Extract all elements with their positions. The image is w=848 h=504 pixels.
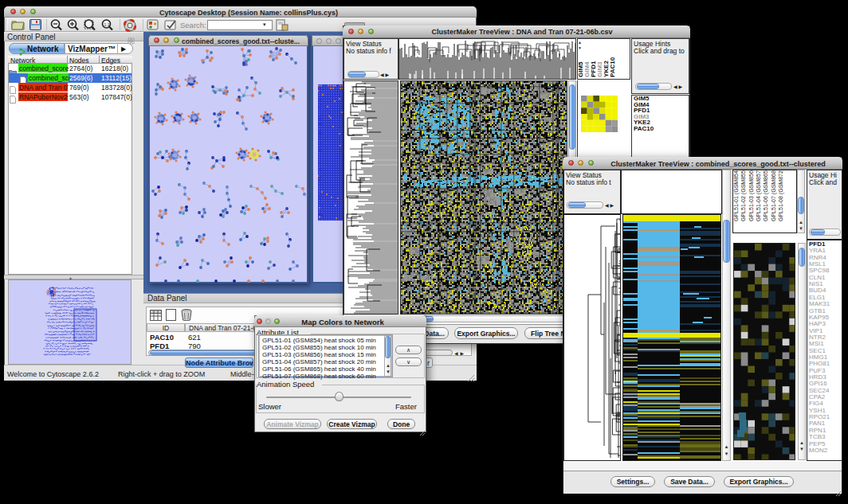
svg-text:1:1: 1:1: [104, 22, 110, 27]
svg-text:GPL51-07 (GSM868): GPL51-07 (GSM868): [771, 170, 777, 221]
svg-text:GPL51-03 (GSM856): GPL51-03 (GSM856): [748, 170, 755, 221]
svg-text:PAC10: PAC10: [609, 57, 616, 77]
svg-text:GPL51-01 (GSM854): GPL51-01 (GSM854): [733, 170, 740, 221]
svg-text:GPL51-06 (GSM865): GPL51-06 (GSM865): [763, 170, 769, 221]
svg-text:GPL51-04 (GSM857): GPL51-04 (GSM857): [756, 170, 762, 221]
svg-text:GPL51-08 (GSM872): GPL51-08 (GSM872): [778, 170, 784, 221]
svg-text:GPL51-02 (GSM855): GPL51-02 (GSM855): [740, 170, 747, 221]
